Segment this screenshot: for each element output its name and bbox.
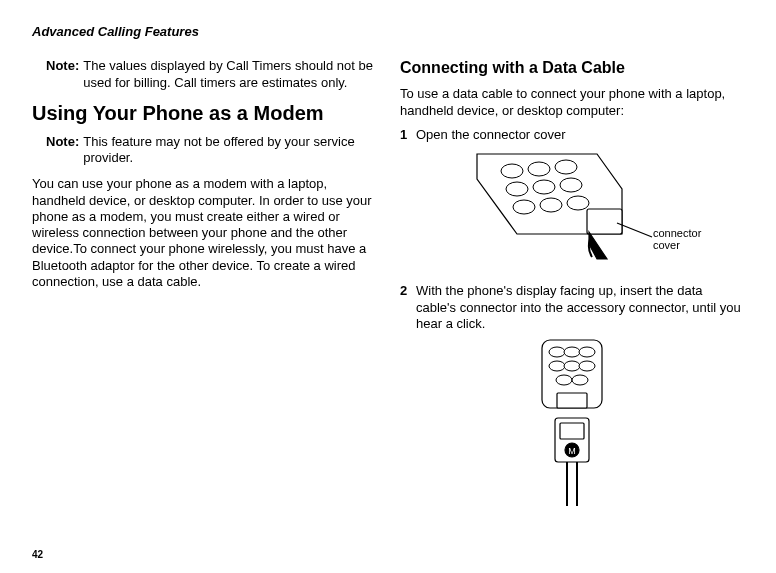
- figure-insert-cable: M: [400, 338, 744, 512]
- modem-paragraph: You can use your phone as a modem with a…: [32, 176, 376, 290]
- svg-point-2: [555, 160, 577, 174]
- callout-connector-cover: connector cover: [653, 227, 701, 251]
- svg-point-15: [549, 361, 565, 371]
- svg-point-6: [513, 200, 535, 214]
- svg-point-8: [567, 196, 589, 210]
- callout-line1: connector: [653, 227, 701, 239]
- note-label: Note:: [46, 58, 83, 91]
- phone-with-cable-illustration: M: [517, 338, 627, 508]
- page-number: 42: [32, 549, 43, 562]
- step-body: Open the connector cover: [416, 127, 744, 143]
- svg-point-3: [506, 182, 528, 196]
- svg-point-5: [560, 178, 582, 192]
- svg-rect-20: [557, 393, 587, 408]
- intro-paragraph: To use a data cable to connect your phon…: [400, 86, 744, 119]
- svg-point-1: [528, 162, 550, 176]
- svg-point-18: [556, 375, 572, 385]
- svg-point-14: [579, 347, 595, 357]
- svg-rect-22: [560, 423, 584, 439]
- svg-point-19: [572, 375, 588, 385]
- note-label: Note:: [46, 134, 83, 167]
- svg-text:M: M: [568, 446, 576, 456]
- svg-point-7: [540, 198, 562, 212]
- note-body: This feature may not be offered by your …: [83, 134, 376, 167]
- svg-point-13: [564, 347, 580, 357]
- heading-using-phone-as-modem: Using Your Phone as a Modem: [32, 101, 376, 126]
- step-2: 2 With the phone's display facing up, in…: [400, 283, 744, 332]
- svg-point-0: [501, 164, 523, 178]
- svg-point-12: [549, 347, 565, 357]
- figure-connector-cover: connector cover: [400, 149, 744, 273]
- right-column: Connecting with a Data Cable To use a da…: [400, 58, 744, 522]
- svg-rect-9: [587, 209, 622, 234]
- note-body: The values displayed by Call Timers shou…: [83, 58, 376, 91]
- svg-point-4: [533, 180, 555, 194]
- left-column: Note: The values displayed by Call Timer…: [32, 58, 376, 522]
- step-number: 1: [400, 127, 416, 143]
- two-column-layout: Note: The values displayed by Call Timer…: [32, 58, 744, 522]
- heading-connecting-data-cable: Connecting with a Data Cable: [400, 58, 744, 78]
- callout-line2: cover: [653, 239, 680, 251]
- running-header: Advanced Calling Features: [32, 24, 744, 40]
- step-1: 1 Open the connector cover: [400, 127, 744, 143]
- svg-point-17: [579, 361, 595, 371]
- step-number: 2: [400, 283, 416, 332]
- step-body: With the phone's display facing up, inse…: [416, 283, 744, 332]
- note-call-timers: Note: The values displayed by Call Timer…: [46, 58, 376, 91]
- note-service-provider: Note: This feature may not be offered by…: [46, 134, 376, 167]
- svg-point-16: [564, 361, 580, 371]
